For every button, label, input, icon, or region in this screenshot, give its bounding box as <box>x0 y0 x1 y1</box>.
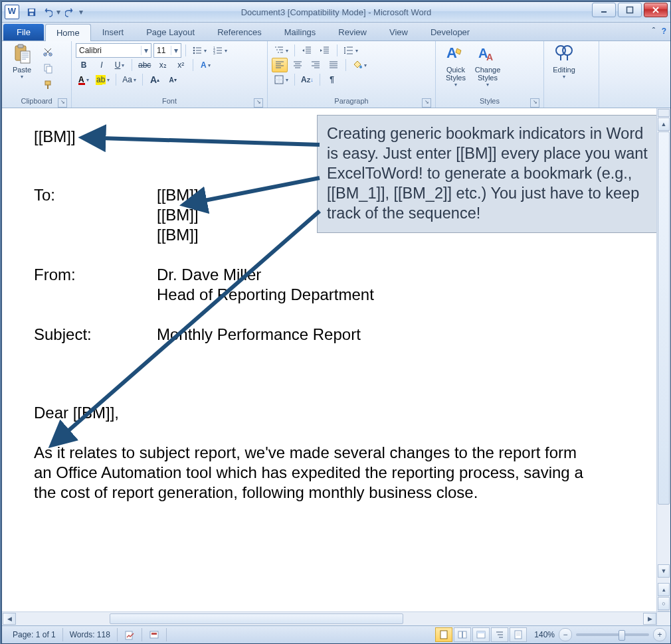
svg-rect-1 <box>29 9 34 11</box>
paste-icon <box>11 43 33 64</box>
outline-view-icon[interactable] <box>491 627 508 642</box>
bold-button[interactable]: B <box>76 58 92 72</box>
tab-home[interactable]: Home <box>45 24 91 41</box>
text-effects-icon[interactable]: A▾ <box>197 58 213 72</box>
hscroll-thumb[interactable] <box>110 613 403 624</box>
ribbon: Paste ▾ Clipboard↘ Calibri▾ 11▾ ▾ <box>2 41 670 108</box>
ribbon-tabs: File Home Insert Page Layout References … <box>2 23 670 41</box>
font-color-button[interactable]: A▾ <box>76 72 92 87</box>
body-line-1: As it relates to subject report, we've m… <box>34 443 653 463</box>
decrease-indent-icon[interactable] <box>299 43 315 58</box>
shrink-font-button[interactable]: A▾ <box>165 72 181 87</box>
strikethrough-button[interactable]: abc <box>136 58 153 72</box>
grow-font-button[interactable]: A▴ <box>147 72 163 87</box>
document-area[interactable]: [[BM]] To:[[BM]] [[BM]] [[BM]] From:Dr. … <box>2 108 670 625</box>
italic-button[interactable]: I <box>94 58 110 72</box>
font-launcher-icon[interactable]: ↘ <box>254 98 263 108</box>
status-proofing-icon[interactable] <box>118 628 142 641</box>
fullscreen-reading-view-icon[interactable] <box>454 627 471 642</box>
vscroll-thumb[interactable] <box>658 131 670 505</box>
undo-dropdown-icon[interactable]: ▾ <box>55 7 62 17</box>
font-name-selector[interactable]: Calibri▾ <box>76 43 151 58</box>
zoom-out-button[interactable]: − <box>559 628 572 641</box>
highlight-button[interactable]: ab▾ <box>94 72 112 87</box>
align-center-icon[interactable] <box>290 58 306 72</box>
print-layout-view-icon[interactable] <box>435 627 452 642</box>
redo-icon[interactable] <box>63 5 76 19</box>
help-icon[interactable]: ? <box>662 27 666 36</box>
tab-references[interactable]: References <box>206 23 272 40</box>
increase-indent-icon[interactable] <box>317 43 333 58</box>
zoom-slider-thumb[interactable] <box>619 630 625 641</box>
tab-review[interactable]: Review <box>327 23 378 40</box>
find-icon <box>553 43 575 64</box>
zoom-in-button[interactable]: + <box>653 628 666 641</box>
quick-access-toolbar: W ▾ ▾ <box>2 5 84 19</box>
copy-icon[interactable] <box>40 61 56 76</box>
font-size-selector[interactable]: 11▾ <box>153 43 181 58</box>
split-handle[interactable] <box>658 109 670 117</box>
horizontal-scrollbar[interactable]: ◀ ▶ <box>2 611 657 625</box>
svg-text:A: A <box>486 52 493 62</box>
maximize-button[interactable] <box>618 3 642 17</box>
align-right-icon[interactable] <box>308 58 324 72</box>
align-left-icon[interactable] <box>272 58 288 72</box>
tab-view[interactable]: View <box>378 23 419 40</box>
vertical-scrollbar[interactable]: ▲ ▼ ▴ ○ ▾ <box>656 108 670 612</box>
justify-icon[interactable] <box>326 58 341 72</box>
status-macro-icon[interactable] <box>142 628 167 641</box>
tab-file[interactable]: File <box>3 24 44 40</box>
scroll-up-icon[interactable]: ▲ <box>658 118 670 131</box>
minimize-button[interactable] <box>592 3 616 17</box>
browse-object-icon[interactable]: ○ <box>658 597 670 610</box>
svg-point-15 <box>193 50 195 52</box>
superscript-button[interactable]: x² <box>173 58 189 72</box>
status-words[interactable]: Words: 118 <box>63 628 118 641</box>
borders-icon[interactable]: ▾ <box>272 72 290 87</box>
numbering-icon[interactable]: 123▾ <box>211 43 229 58</box>
draft-view-icon[interactable] <box>510 627 527 642</box>
bullets-icon[interactable]: ▾ <box>190 43 209 58</box>
line-spacing-icon[interactable]: ▾ <box>341 43 360 58</box>
shading-icon[interactable]: ▾ <box>350 58 369 72</box>
from-value-1: Dr. Dave Miller <box>157 265 261 285</box>
undo-icon[interactable] <box>41 5 54 19</box>
change-styles-button[interactable]: AA Change Styles▾ <box>473 43 502 88</box>
tab-developer[interactable]: Developer <box>419 23 481 40</box>
qat-customize-icon[interactable]: ▾ <box>78 7 84 17</box>
to-value-2: [[BM]] <box>157 205 199 225</box>
format-painter-icon[interactable] <box>40 78 56 92</box>
change-case-button[interactable]: Aa▾ <box>120 72 138 87</box>
scroll-left-icon[interactable]: ◀ <box>3 613 16 625</box>
scroll-down-icon[interactable]: ▼ <box>658 564 670 578</box>
svg-point-16 <box>193 52 195 54</box>
svg-rect-4 <box>627 7 633 13</box>
web-layout-view-icon[interactable] <box>472 627 490 642</box>
underline-button[interactable]: U▾ <box>112 58 128 72</box>
tab-mailings[interactable]: Mailings <box>273 23 328 40</box>
paste-button[interactable]: Paste ▾ <box>7 43 37 80</box>
tab-page-layout[interactable]: Page Layout <box>135 23 206 40</box>
editing-button[interactable]: Editing▾ <box>549 43 579 80</box>
clipboard-launcher-icon[interactable]: ↘ <box>58 98 67 108</box>
subscript-button[interactable]: x₂ <box>155 58 171 72</box>
scroll-right-icon[interactable]: ▶ <box>643 613 656 625</box>
close-button[interactable] <box>644 3 668 17</box>
paragraph-launcher-icon[interactable]: ↘ <box>422 98 431 108</box>
word-app-icon[interactable]: W <box>5 5 19 19</box>
quick-styles-button[interactable]: A Quick Styles▾ <box>441 43 470 88</box>
previous-page-icon[interactable]: ▴ <box>658 583 670 596</box>
zoom-slider[interactable] <box>576 633 649 636</box>
multilevel-list-icon[interactable]: ▾ <box>272 43 290 58</box>
styles-launcher-icon[interactable]: ↘ <box>530 98 539 108</box>
status-bar: Page: 1 of 1 Words: 118 140% − + <box>2 625 670 643</box>
zoom-level[interactable]: 140% <box>534 630 555 639</box>
save-icon[interactable] <box>25 5 38 19</box>
show-hide-icon[interactable]: ¶ <box>324 72 340 87</box>
cut-icon[interactable] <box>40 44 56 59</box>
status-page[interactable]: Page: 1 of 1 <box>6 628 63 641</box>
resize-grip[interactable] <box>656 611 670 625</box>
minimize-ribbon-icon[interactable]: ˆ <box>652 27 655 36</box>
sort-icon[interactable]: AZ↓ <box>299 72 316 87</box>
tab-insert[interactable]: Insert <box>91 23 136 40</box>
